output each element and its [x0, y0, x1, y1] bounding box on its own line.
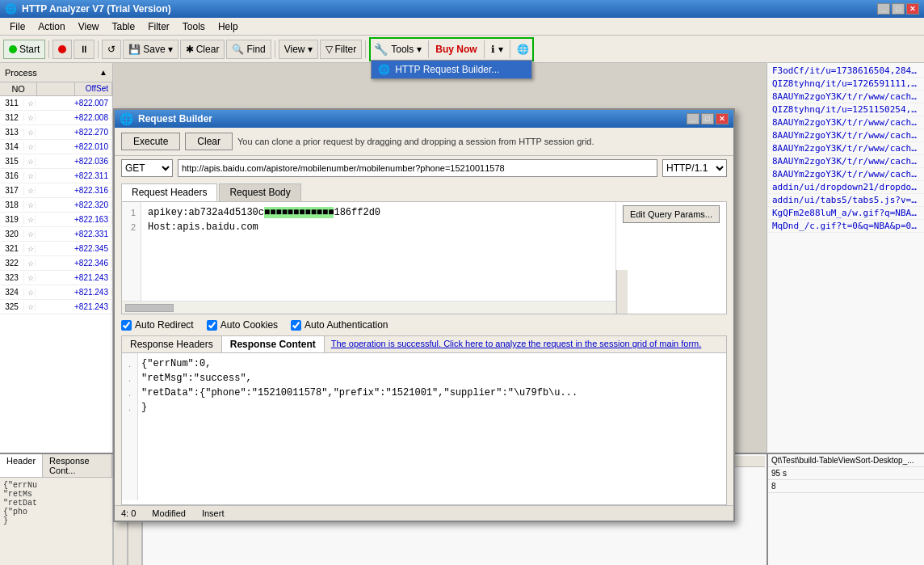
clear-button[interactable]: ✱ Clear [180, 40, 225, 59]
buy-now-label[interactable]: Buy Now [435, 44, 477, 55]
table-row[interactable]: 322☆+822.346 [0, 256, 112, 271]
refresh-button[interactable]: ↺ [102, 40, 121, 59]
right-panel-item[interactable]: addin/ui/dropdown21/dropdown21.js... [767, 181, 924, 194]
save-button[interactable]: 💾 Save ▾ [123, 40, 178, 59]
method-select[interactable]: GET POST PUT DELETE [121, 159, 173, 177]
row-star[interactable]: ☆ [24, 230, 36, 238]
close-button[interactable]: ✕ [906, 3, 919, 15]
web-icon[interactable]: 🌐 [517, 44, 529, 55]
scrollbar-v[interactable] [616, 270, 628, 314]
info-icon[interactable]: ℹ [491, 44, 495, 55]
dialog-maximize-btn[interactable]: □ [701, 113, 714, 124]
auto-cookies-checkbox[interactable]: Auto Cookies [207, 319, 278, 331]
table-row[interactable]: 323☆+821.243 [0, 271, 112, 285]
dialog-close-btn[interactable]: ✕ [716, 113, 729, 124]
headers-text[interactable]: apikey:ab732a4d5130c■■■■■■■■■■■■186ff2d0… [141, 202, 615, 301]
execute-button[interactable]: Execute [121, 133, 180, 150]
url-input[interactable] [178, 159, 657, 177]
maximize-button[interactable]: □ [892, 3, 905, 15]
tab-response-content[interactable]: Response Content [222, 336, 325, 352]
headers-editor: 1 2 apikey:ab732a4d5130c■■■■■■■■■■■■186f… [121, 201, 727, 314]
dialog-title-bar: 🌐 Request Builder _ □ ✕ [115, 110, 733, 128]
protocol-select[interactable]: HTTP/1.1 HTTP/1.0 [662, 159, 727, 177]
menu-table[interactable]: Table [106, 19, 142, 34]
table-row[interactable]: 313☆+822.270 [0, 125, 112, 140]
row-star[interactable]: ☆ [24, 114, 36, 122]
right-panel-item[interactable]: QIZ8tyhnq/it/u=1726591111,189682... [767, 78, 924, 91]
table-row[interactable]: 319☆+822.163 [0, 213, 112, 227]
menu-filter[interactable]: Filter [141, 19, 176, 34]
pause-button[interactable]: ⏸ [74, 40, 94, 59]
row-star[interactable]: ☆ [24, 274, 36, 282]
scrollbar-h[interactable] [122, 301, 615, 314]
dialog-minimize-btn[interactable]: _ [687, 113, 699, 124]
row-star[interactable]: ☆ [24, 201, 36, 209]
row-star[interactable]: ☆ [24, 158, 36, 166]
row-star[interactable]: ☆ [24, 187, 36, 195]
right-panel-item[interactable]: 8AAUYm2zgoY3K/t/r/www/cache/sta... [767, 168, 924, 181]
clear-icon: ✱ [186, 44, 194, 55]
table-row[interactable]: 311☆+822.007 [0, 96, 112, 111]
menu-view[interactable]: View [72, 19, 106, 34]
row-star[interactable]: ☆ [24, 99, 36, 108]
right-panel-item[interactable]: MqDnd_/c.gif?t=0&q=NBA&p=0&pn=1... [767, 220, 924, 233]
row-star[interactable]: ☆ [24, 289, 36, 297]
auto-redirect-checkbox[interactable]: Auto Redirect [121, 319, 194, 331]
view-button[interactable]: View ▾ [279, 40, 318, 59]
sort-icon[interactable]: ▲ [99, 68, 107, 77]
stop-button[interactable] [52, 40, 72, 59]
http-request-builder-item[interactable]: 🌐 HTTP Request Builder... [372, 61, 531, 78]
start-button[interactable]: Start [3, 40, 45, 59]
right-panel-item[interactable]: 8AAUYm2zgoY3K/t/r/www/cache/sta... [767, 155, 924, 168]
tab-request-body[interactable]: Request Body [219, 183, 300, 201]
table-row[interactable]: 325☆+821.243 [0, 300, 112, 314]
row-star[interactable]: ☆ [24, 129, 36, 137]
row-star[interactable]: ☆ [24, 245, 36, 253]
row-star[interactable]: ☆ [24, 303, 36, 311]
bottom-tab-response[interactable]: Response Cont... [43, 454, 112, 477]
bottom-tab-header[interactable]: Header [0, 454, 43, 477]
table-row[interactable]: 317☆+822.316 [0, 183, 112, 198]
right-panel-item[interactable]: 8AAUYm2zgoY3K/t/r/www/cache/sta... [767, 129, 924, 142]
row-no: 319 [0, 215, 24, 224]
tools-dropdown[interactable]: 🌐 HTTP Request Builder... [371, 60, 532, 79]
row-no: 322 [0, 259, 24, 268]
row-star[interactable]: ☆ [24, 259, 36, 268]
tools-icon: 🔧 [374, 43, 388, 56]
right-panel-item[interactable]: F3odCf/it/u=1738616504,28458251... [767, 65, 924, 78]
filter-button[interactable]: ▽ Filter [320, 40, 363, 59]
menu-file[interactable]: File [3, 19, 32, 34]
table-row[interactable]: 318☆+822.320 [0, 198, 112, 213]
dialog-clear-button[interactable]: Clear [185, 133, 233, 150]
table-row[interactable]: 316☆+822.311 [0, 169, 112, 183]
table-row[interactable]: 312☆+822.008 [0, 111, 112, 125]
right-panel-item[interactable]: addin/ui/tabs5/tabs5.js?v=20150429 [767, 194, 924, 207]
right-panel-item[interactable]: 8AAUYm2zgoY3K/t/r/www/cache/sta... [767, 116, 924, 129]
menu-help[interactable]: Help [212, 19, 245, 34]
menu-tools[interactable]: Tools [176, 19, 212, 34]
right-panel-item[interactable]: 8AAUYm2zgoY3K/t/r/www/cache/sta... [767, 91, 924, 103]
table-row[interactable]: 320☆+822.331 [0, 227, 112, 242]
right-panel-item[interactable]: 8AAUYm2zgoY3K/t/r/www/cache/sta... [767, 142, 924, 155]
row-star[interactable]: ☆ [24, 172, 36, 180]
right-panel-item[interactable]: KgQFm2e88luM_a/w.gif?q=NBA&fm... [767, 207, 924, 220]
find-button[interactable]: 🔍 Find [226, 40, 271, 59]
row-star[interactable]: ☆ [24, 216, 36, 224]
h-scrollbar-thumb[interactable] [125, 304, 174, 312]
edit-query-params-btn[interactable]: Edit Query Params... [623, 205, 720, 223]
success-link[interactable]: The operation is successful. Click here … [325, 336, 726, 352]
row-star[interactable]: ☆ [24, 143, 36, 151]
menu-action[interactable]: Action [32, 19, 71, 34]
tab-request-headers[interactable]: Request Headers [121, 183, 217, 201]
table-row[interactable]: 314☆+822.010 [0, 140, 112, 154]
right-panel-item[interactable]: QIZ8tyhnq/it/u=1251150254,398035... [767, 103, 924, 116]
table-row[interactable]: 315☆+822.036 [0, 154, 112, 169]
response-tabs: Response Headers Response Content The op… [122, 336, 726, 353]
row-no: 321 [0, 244, 24, 253]
tab-response-headers[interactable]: Response Headers [122, 336, 222, 352]
table-row[interactable]: 324☆+821.243 [0, 285, 112, 300]
table-row[interactable]: 321☆+822.345 [0, 242, 112, 256]
minimize-button[interactable]: _ [877, 3, 890, 15]
auto-auth-checkbox[interactable]: Auto Authentication [291, 319, 388, 331]
tools-area[interactable]: 🔧 Tools▾ Buy Now ℹ▾ 🌐 🌐 HTTP Request Bui… [369, 37, 533, 61]
